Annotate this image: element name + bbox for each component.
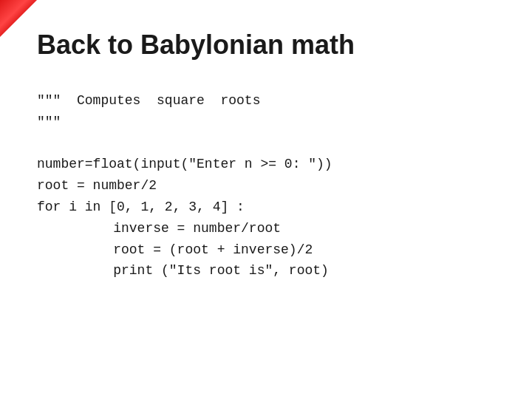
- code-line-7: root = (root + inverse)/2: [37, 239, 495, 261]
- code-line-2: """: [37, 112, 495, 133]
- code-line-6: inverse = number/root: [37, 218, 495, 239]
- code-line-blank: [37, 133, 495, 154]
- page-title: Back to Babylonian math: [37, 30, 495, 61]
- main-container: Back to Babylonian math """ Computes squ…: [0, 0, 532, 399]
- code-block: """ Computes square roots """ number=flo…: [37, 90, 495, 282]
- code-line-8: print ("Its root is", root): [37, 260, 495, 282]
- code-line-1: """ Computes square roots: [37, 90, 495, 112]
- code-line-5: for i in [0, 1, 2, 3, 4] :: [37, 197, 495, 218]
- code-line-4: root = number/2: [37, 175, 495, 197]
- code-line-3: number=float(input("Enter n >= 0: ")): [37, 154, 495, 175]
